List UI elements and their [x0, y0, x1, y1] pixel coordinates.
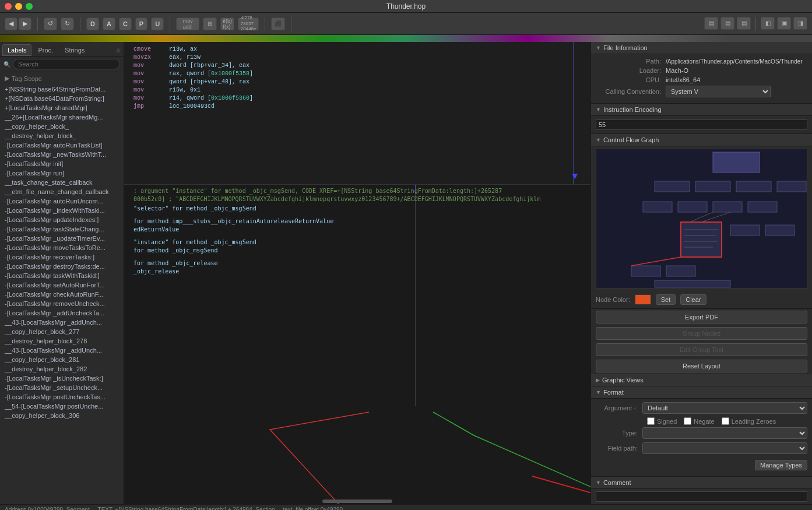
list-item[interactable]: __43-[LocalTasksMgr _addUnch...	[0, 346, 124, 355]
layout-left-icon[interactable]: ▤	[704, 17, 718, 30]
panel-right-icon[interactable]: ◨	[793, 17, 807, 30]
manage-types-button[interactable]: Manage Types	[755, 460, 807, 470]
group-nodes-button[interactable]: Group Nodes	[596, 327, 807, 340]
tab-proc[interactable]: Proc.	[33, 44, 58, 56]
list-item[interactable]: __43-[LocalTasksMgr _addUnch...	[0, 318, 124, 327]
num-icon[interactable]: 4f7787865728448e	[238, 17, 259, 30]
clear-color-button[interactable]: Clear	[680, 294, 706, 305]
list-item[interactable]: +[LocalTasksMgr sharedMgr]	[0, 103, 124, 112]
close-button[interactable]	[5, 3, 12, 10]
layout-right-icon[interactable]: ▤	[737, 17, 751, 30]
tab-strings[interactable]: Strings	[59, 44, 90, 56]
field-path-select[interactable]	[642, 442, 807, 454]
list-item[interactable]: -[LocalTasksMgr recoverTasks:]	[0, 252, 124, 262]
encoding-value[interactable]	[596, 119, 807, 130]
graphic-views-header[interactable]: ▶ Graphic Views	[591, 374, 812, 386]
list-item[interactable]: -[LocalTasksMgr taskWithTaskid:]	[0, 271, 124, 280]
calling-conv-select[interactable]: System V	[666, 86, 771, 97]
list-item[interactable]: -[LocalTasksMgr updateIndexes:]	[0, 215, 124, 224]
forward-button[interactable]: ▶	[19, 17, 31, 30]
tag-scope[interactable]: ▶ Tag Scope	[0, 72, 124, 85]
list-item[interactable]: +[NSString base64StringFromDat...	[0, 85, 124, 94]
panel-mid-icon[interactable]: ▣	[777, 17, 791, 30]
list-item[interactable]: -[LocalTasksMgr checkAutoRunF...	[0, 290, 124, 299]
edit-group-text-button[interactable]: Edit Group Text	[596, 343, 807, 356]
chip-icon[interactable]: ⬛	[271, 17, 285, 30]
file-info-header[interactable]: ▼ File Information	[591, 42, 812, 54]
refresh-button[interactable]: ↺	[44, 17, 57, 30]
grid-icon[interactable]: ⊞	[203, 17, 217, 30]
list-item[interactable]: __copy_helper_block_	[0, 122, 124, 131]
list-item[interactable]: -[LocalTasksMgr taskStateChang...	[0, 224, 124, 234]
set-color-button[interactable]: Set	[656, 294, 676, 305]
section-title: Instruction Encoding	[603, 106, 662, 113]
export-pdf-button[interactable]: Export PDF	[596, 311, 807, 323]
list-item[interactable]: +[NSData base64DataFromString:]	[0, 94, 124, 103]
path-label: Path:	[596, 58, 666, 65]
comment-header[interactable]: ▼ Comment	[591, 477, 812, 489]
list-item[interactable]: -[LocalTasksMgr run]	[0, 168, 124, 178]
tab-labels[interactable]: Labels	[2, 44, 31, 56]
refresh2-button[interactable]: ↻	[61, 17, 74, 30]
list-item[interactable]: __copy_helper_block_306	[0, 411, 124, 420]
svg-rect-14	[695, 181, 730, 192]
instr-encoding-header[interactable]: ▼ Instruction Encoding	[591, 104, 812, 116]
panel-left-icon[interactable]: ◧	[761, 17, 775, 30]
format-header[interactable]: ▼ Format	[591, 386, 812, 399]
list-item[interactable]: -[LocalTasksMgr _indexWithTaski...	[0, 206, 124, 215]
list-item[interactable]: __task_change_state_callback	[0, 178, 124, 187]
list-item[interactable]: -[LocalTasksMgr setAutoRunForT...	[0, 280, 124, 290]
list-item[interactable]: __destroy_helper_block_	[0, 131, 124, 140]
reset-layout-button[interactable]: Reset Layout	[596, 360, 807, 372]
cfg-header[interactable]: ▼ Control Flow Graph	[591, 134, 812, 146]
comment-input[interactable]	[596, 491, 807, 502]
btn-p[interactable]: P	[135, 17, 147, 30]
list-item[interactable]: __etm_file_name_changed_callback	[0, 187, 124, 196]
minimize-button[interactable]	[15, 3, 22, 10]
list-item[interactable]: -[LocalTasksMgr _newTasksWithT...	[0, 150, 124, 159]
btn-d[interactable]: D	[86, 17, 99, 30]
btn-u[interactable]: U	[151, 17, 164, 30]
list-item[interactable]: __destroy_helper_block_282	[0, 364, 124, 374]
cfg-minimap[interactable]	[596, 149, 807, 289]
list-item[interactable]: -[LocalTasksMgr _updateTimerEv...	[0, 234, 124, 243]
list-item[interactable]: -[LocalTasksMgr destroyTasks:de...	[0, 262, 124, 271]
code-icon[interactable]: if(b)f(x)	[220, 17, 234, 30]
list-item[interactable]: -[LocalTasksMgr removeUncheck...	[0, 299, 124, 308]
cfg-graph-view[interactable]: ; argument "instance" for method _objc_m…	[124, 185, 590, 504]
list-item[interactable]: __destroy_helper_block_278	[0, 336, 124, 346]
fullscreen-button[interactable]	[26, 3, 33, 10]
signed-checkbox[interactable]	[647, 417, 655, 425]
list-item[interactable]: __copy_helper_block_277	[0, 327, 124, 336]
list-item[interactable]: __26+[LocalTasksMgr sharedMg...	[0, 112, 124, 122]
hex-view-icon[interactable]: movadd	[176, 17, 199, 30]
window-title: Thunder.hop	[386, 2, 426, 10]
list-item[interactable]: -[LocalTasksMgr postUncheckTas...	[0, 392, 124, 402]
list-item[interactable]: -[LocalTasksMgr _isUncheckTask:]	[0, 374, 124, 383]
list-item[interactable]: -[LocalTasksMgr autoRunTaskList]	[0, 140, 124, 150]
color-swatch[interactable]	[635, 294, 651, 305]
negate-checkbox-label[interactable]: Negate	[684, 417, 714, 425]
search-input[interactable]	[13, 59, 120, 69]
btn-a[interactable]: A	[103, 17, 115, 30]
argument-select[interactable]: Default	[642, 402, 807, 414]
leading-zeroes-checkbox-label[interactable]: Leading Zeroes	[722, 417, 776, 425]
signed-checkbox-label[interactable]: Signed	[647, 417, 677, 425]
list-item[interactable]: -[LocalTasksMgr init]	[0, 159, 124, 168]
list-item[interactable]: __54-[LocalTasksMgr postUnche...	[0, 402, 124, 411]
list-item[interactable]: -[LocalTasksMgr _setupUncheck...	[0, 383, 124, 392]
negate-checkbox[interactable]	[684, 417, 691, 425]
list-item[interactable]: -[LocalTasksMgr moveTasksToRe...	[0, 243, 124, 252]
horizontal-scrollbar[interactable]	[322, 500, 392, 503]
list-item[interactable]: -[LocalTasksMgr autoRunUncom...	[0, 196, 124, 206]
star-button[interactable]: ☆	[115, 47, 121, 54]
btn-c[interactable]: C	[119, 17, 132, 30]
leading-zeroes-checkbox[interactable]	[722, 417, 729, 425]
layout-mid-icon[interactable]: ▤	[720, 17, 734, 30]
list-item[interactable]: __copy_helper_block_281	[0, 355, 124, 364]
list-item[interactable]: -[LocalTasksMgr _addUncheckTa...	[0, 308, 124, 318]
section-title: Comment	[603, 479, 631, 486]
back-button[interactable]: ◀	[5, 17, 17, 30]
separator	[37, 17, 38, 31]
type-select[interactable]	[642, 427, 807, 439]
